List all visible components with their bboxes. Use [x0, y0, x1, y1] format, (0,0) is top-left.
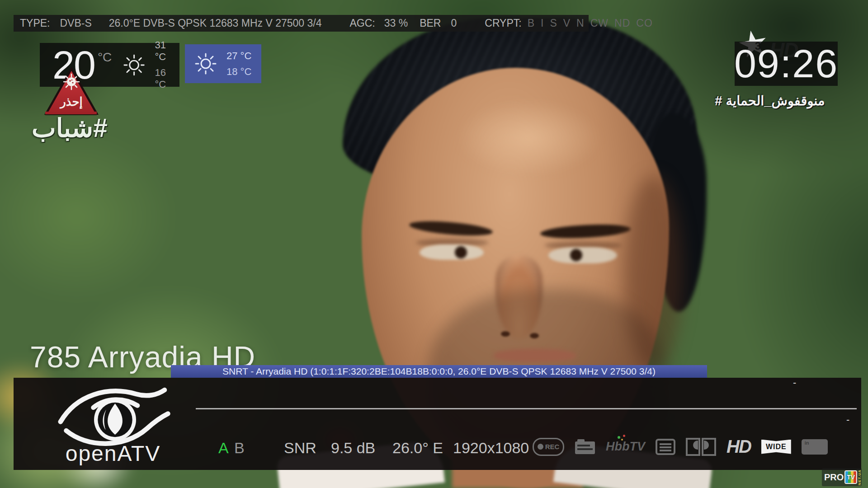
hbbtv-dot-yellow [621, 439, 623, 441]
crypt-flag: CW [590, 17, 609, 29]
forehead-highlight [457, 99, 601, 176]
openatv-wordmark: openATV [42, 441, 184, 466]
audio-track-b: B [234, 439, 245, 457]
record-label: REC [545, 443, 560, 450]
right-iris [570, 249, 582, 261]
hd-icon: HD [726, 436, 751, 457]
snr-value: 9.5 dB [331, 439, 375, 457]
today-high: 31 °C [155, 39, 179, 63]
lips [494, 349, 576, 362]
hbbtv-dot-green [618, 436, 620, 439]
crypt-flag: S [550, 17, 557, 29]
service-reference-bar: SNRT - Arryadia HD (1:0:1:1F:320:2BE:104… [171, 365, 707, 378]
crypt-flag: CO [636, 17, 653, 29]
today-low: 16 °C [155, 67, 179, 90]
video-resolution: 868x488 [453, 439, 529, 457]
dolby-left-d [686, 438, 700, 456]
crypt-flags: BISVNCWNDCO [522, 17, 653, 29]
event-placeholder-mid: - [846, 414, 849, 426]
protv-watermark: PRO TV NET.UA [822, 468, 862, 486]
weather-widget-current: 20 °C 31 °C 16 °C [40, 43, 179, 87]
type-label: TYPE: [20, 17, 50, 29]
temperature-unit: °C [98, 50, 112, 65]
snr-label: SNR [284, 439, 316, 457]
protv-pro-text: PRO [824, 472, 844, 483]
agc-value: 33 % [384, 17, 408, 29]
protv-tv-badge: TV [844, 470, 857, 484]
clock-time: 09:26 [734, 44, 838, 84]
separator-line [196, 408, 857, 409]
infobar-panel: - - openATV A B SNR 9.5 dB 26.0° E 1920x… [14, 378, 861, 470]
type-value: DVB-S [60, 17, 91, 29]
agc-label: AGC: [350, 17, 375, 29]
left-eye [420, 244, 484, 260]
tuner-info: 26.0°E DVB-S QPSK 12683 MHz V 27500 3/4 [109, 17, 322, 29]
widescreen-icon: WIDE [761, 440, 791, 454]
service-reference-text: SNRT - Arryadia HD (1:0:1:1F:320:2BE:104… [222, 366, 656, 377]
left-iris [455, 246, 467, 258]
teletext-icon [575, 438, 595, 455]
hbbtv-label: HbbTV [606, 440, 645, 453]
openatv-eye-logo [38, 380, 188, 448]
dolby-icon [686, 438, 716, 456]
crypt-flag: V [563, 17, 571, 29]
today-forecast: 31 °C 16 °C [155, 39, 179, 90]
orbital-position: 26.0° E [392, 439, 443, 457]
ber-value: 0 [451, 17, 457, 29]
record-icon: REC [533, 438, 564, 456]
protv-net-text: NET.UA [858, 469, 862, 485]
hashtag-overlay-right: # منوقفوش_الحماية [700, 93, 840, 108]
status-icons: REC HbbTV HD WIDE in [533, 436, 828, 457]
tomorrow-high: 27 °C [226, 50, 251, 62]
crypt-flag: N [576, 17, 585, 29]
dolby-right-d [702, 438, 716, 456]
record-dot [538, 444, 543, 450]
event-placeholder-top: - [793, 377, 796, 389]
tuner-status-bar: TYPE: DVB-S 26.0°E DVB-S QPSK 12683 MHz … [14, 15, 589, 32]
sun-icon [122, 52, 146, 78]
widescreen-label: WIDE [766, 443, 787, 451]
subtitles-icon [656, 439, 675, 455]
tomorrow-low: 18 °C [226, 66, 251, 78]
crypt-flag: I [541, 17, 544, 29]
picon-placeholder-icon: in [802, 439, 828, 455]
crypt-label: CRYPT: [485, 17, 521, 29]
hbbtv-dot-red [623, 435, 625, 437]
sun-icon [193, 51, 218, 76]
crypt-flag: ND [614, 17, 630, 29]
audio-track-a: A [218, 439, 229, 457]
protv-tv-text: TV [845, 471, 856, 483]
right-eye [548, 247, 617, 263]
crypt-flag: B [528, 17, 535, 29]
hashtag-overlay-left: #شباب [32, 113, 136, 143]
weather-widget-tomorrow: 27 °C 18 °C [185, 44, 261, 83]
hbbtv-icon: HbbTV [606, 440, 645, 454]
ber-label: BER [420, 17, 441, 29]
clock-widget: 09:26 [735, 42, 838, 86]
tomorrow-forecast: 27 °C 18 °C [226, 50, 251, 78]
